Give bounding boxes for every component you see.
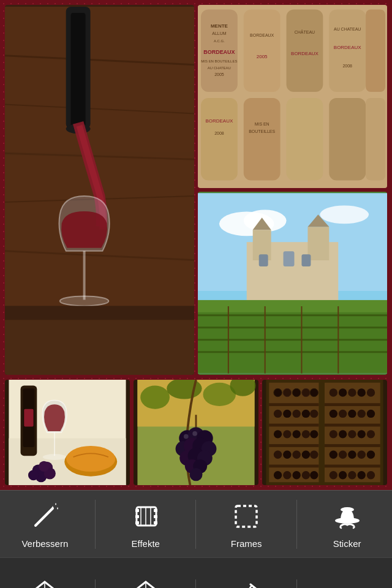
- svg-point-79: [28, 470, 39, 480]
- svg-rect-108: [269, 465, 318, 468]
- svg-point-155: [339, 451, 347, 459]
- svg-point-83: [140, 386, 170, 409]
- svg-text:CHÂTEAU: CHÂTEAU: [295, 29, 315, 34]
- svg-rect-42: [366, 98, 385, 181]
- svg-line-187: [251, 584, 257, 588]
- svg-point-139: [330, 388, 337, 396]
- svg-point-163: [367, 471, 375, 479]
- svg-text:MIS EN: MIS EN: [255, 122, 270, 126]
- hat-icon: [330, 499, 364, 533]
- svg-rect-13: [5, 320, 194, 375]
- svg-point-126: [292, 451, 300, 459]
- svg-rect-105: [269, 403, 318, 406]
- svg-rect-8: [71, 13, 86, 129]
- text-T-icon: T t: [330, 579, 364, 588]
- svg-point-111: [292, 388, 300, 396]
- svg-text:MENTE: MENTE: [211, 23, 228, 29]
- effekte-tool[interactable]: Effekte: [106, 499, 186, 549]
- verbessern-tool[interactable]: Verbessern: [5, 499, 85, 549]
- svg-point-102: [192, 431, 197, 436]
- photo-wine-cellar[interactable]: [262, 380, 387, 485]
- svg-point-143: [367, 388, 375, 396]
- svg-text:AU CHATEAU: AU CHATEAU: [208, 66, 231, 70]
- svg-rect-40: [287, 98, 323, 181]
- svg-rect-170: [154, 515, 157, 518]
- svg-point-72: [43, 454, 66, 460]
- svg-rect-54: [284, 251, 295, 266]
- svg-point-140: [339, 388, 347, 396]
- svg-text:T: T: [334, 582, 352, 588]
- svg-point-142: [358, 388, 366, 396]
- svg-rect-41: [329, 98, 366, 181]
- svg-line-164: [36, 508, 53, 526]
- svg-rect-137: [325, 444, 380, 447]
- svg-text:BOUTEILLES: BOUTEILLES: [249, 129, 275, 134]
- svg-point-124: [274, 451, 282, 459]
- svg-rect-167: [135, 515, 139, 518]
- svg-point-117: [302, 410, 310, 418]
- svg-text:ALLUM: ALLUM: [212, 31, 226, 36]
- text-tool[interactable]: T t Text: [307, 579, 387, 588]
- svg-point-162: [358, 471, 366, 479]
- svg-point-160: [339, 471, 347, 479]
- svg-point-141: [348, 388, 356, 396]
- svg-rect-34: [201, 98, 238, 181]
- pencil-icon: [229, 579, 263, 588]
- svg-point-127: [302, 451, 310, 459]
- svg-rect-135: [325, 403, 380, 406]
- svg-point-152: [358, 430, 366, 438]
- splash-tool[interactable]: Splash: [106, 579, 186, 588]
- svg-point-120: [283, 430, 291, 438]
- svg-point-149: [330, 430, 337, 438]
- frames-label: Frames: [231, 538, 262, 549]
- svg-point-110: [283, 388, 291, 396]
- svg-text:BORDEAUX: BORDEAUX: [203, 49, 235, 55]
- svg-point-131: [292, 471, 300, 479]
- svg-point-177: [341, 507, 354, 512]
- photo-wine-food[interactable]: [5, 380, 130, 485]
- photo-vineyard-castle[interactable]: [198, 192, 387, 375]
- svg-rect-12: [5, 306, 194, 321]
- svg-point-147: [358, 410, 366, 418]
- svg-point-122: [302, 430, 310, 438]
- svg-rect-171: [154, 521, 157, 524]
- svg-rect-138: [325, 465, 380, 468]
- svg-text:BORDEAUX: BORDEAUX: [206, 118, 233, 124]
- svg-point-74: [66, 446, 115, 472]
- frames-tool[interactable]: Frames: [206, 499, 286, 549]
- schaerfe-tool[interactable]: Schärfe: [5, 579, 85, 588]
- divider-5: [195, 579, 196, 589]
- magic-wand-icon: [28, 499, 62, 533]
- photo-grapes-vine[interactable]: [134, 380, 258, 485]
- svg-rect-166: [135, 509, 139, 512]
- svg-text:2005: 2005: [214, 72, 224, 77]
- svg-rect-70: [24, 409, 33, 427]
- svg-point-132: [302, 471, 310, 479]
- paint-bucket-icon: [129, 579, 163, 588]
- svg-rect-165: [137, 507, 156, 526]
- divider-3: [296, 500, 297, 549]
- svg-point-116: [292, 410, 300, 418]
- divider-1: [95, 500, 96, 549]
- svg-text:2005: 2005: [257, 54, 268, 59]
- photo-wine-pour[interactable]: [5, 5, 194, 375]
- svg-point-148: [367, 410, 375, 418]
- frame-icon: [229, 499, 263, 533]
- svg-rect-106: [269, 424, 318, 427]
- photo-collage-top: MENTE ALLUM A.C.G. BORDEAUX MIS EN BOUTE…: [0, 0, 392, 380]
- svg-rect-175: [236, 506, 257, 527]
- toolbar-bottom: Schärfe Splash: [0, 557, 392, 588]
- svg-point-144: [330, 410, 337, 418]
- svg-point-145: [339, 410, 347, 418]
- svg-point-119: [274, 430, 282, 438]
- zeichnen-tool[interactable]: Zeichnen: [206, 579, 286, 588]
- svg-rect-23: [244, 9, 281, 92]
- photo-wine-corks[interactable]: MENTE ALLUM A.C.G. BORDEAUX MIS EN BOUTE…: [198, 5, 387, 188]
- effekte-label: Effekte: [132, 538, 160, 549]
- svg-rect-37: [244, 98, 281, 181]
- svg-point-113: [310, 388, 318, 396]
- svg-point-47: [320, 205, 369, 224]
- svg-point-146: [348, 410, 356, 418]
- photo-row-bottom: [0, 380, 392, 490]
- sticker-tool[interactable]: Sticker: [307, 499, 387, 549]
